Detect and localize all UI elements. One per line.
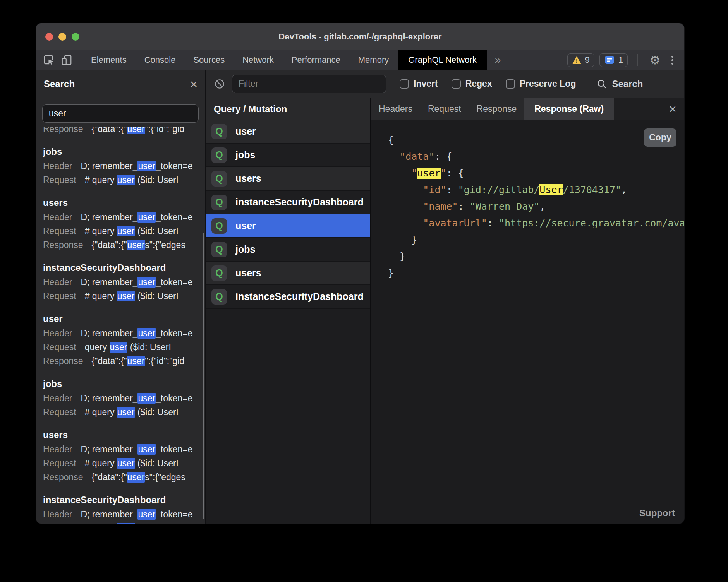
filter-input[interactable] — [232, 75, 386, 93]
search-result-line[interactable]: Request# query user ($id: UserI — [43, 521, 205, 524]
result-line-label: Request — [43, 407, 76, 417]
tab-graphql-network-active[interactable]: GraphQL Network — [398, 50, 487, 70]
search-result-line[interactable]: HeaderD; remember_user_token=e — [43, 442, 205, 456]
message-icon — [604, 55, 615, 65]
query-list-item[interactable]: Quser — [206, 214, 370, 238]
invert-checkbox[interactable] — [400, 79, 409, 89]
search-result-line[interactable]: Response{"data":{"user":{"id":"gid — [43, 127, 205, 136]
tab-sources[interactable]: Sources — [184, 50, 234, 70]
tab-response[interactable]: Response — [469, 98, 525, 120]
clipped-result-line[interactable]: Response{"data":{"user":{"id":"gid — [43, 127, 205, 136]
json-line: } — [388, 265, 684, 281]
query-name: instanceSecurityDashboard — [235, 291, 364, 302]
result-line-label: Header — [43, 393, 72, 403]
tab-elements[interactable]: Elements — [82, 50, 136, 70]
search-result-line[interactable]: Request# query user ($id: UserI — [43, 405, 205, 419]
tab-request[interactable]: Request — [420, 98, 469, 120]
tab-response-raw-active[interactable]: Response (Raw) — [524, 98, 614, 120]
search-hit-highlight: user — [117, 175, 135, 185]
search-result-line[interactable]: HeaderD; remember_user_token=e — [43, 275, 205, 289]
result-group-title: users — [43, 428, 205, 442]
result-line-text: D; remember_user_token=e — [81, 328, 192, 339]
search-result-line[interactable]: HeaderD; remember_user_token=e — [43, 159, 205, 173]
result-line-label: Response — [43, 127, 83, 134]
close-response-panel-icon[interactable]: × — [669, 102, 676, 115]
search-hit-highlight: user — [137, 212, 156, 223]
inspect-cursor-icon[interactable] — [43, 54, 55, 66]
result-group-title: user — [43, 312, 205, 326]
tab-network[interactable]: Network — [234, 50, 283, 70]
json-token — [388, 184, 423, 195]
close-search-panel-icon[interactable]: × — [190, 77, 197, 91]
result-line-label: Request — [43, 226, 76, 236]
copy-button[interactable]: Copy — [644, 128, 676, 147]
regex-checkbox-item[interactable]: Regex — [452, 79, 492, 89]
json-token: , — [621, 184, 627, 195]
result-group-title: instanceSecurityDashboard — [43, 493, 205, 507]
gear-icon[interactable]: ⚙ — [647, 53, 663, 67]
result-group-title: users — [43, 195, 205, 210]
tab-memory[interactable]: Memory — [349, 50, 398, 70]
toolbar-separator — [637, 54, 638, 66]
zoom-window-button[interactable] — [72, 33, 79, 41]
search-result-line[interactable]: HeaderD; remember_user_token=e — [43, 326, 205, 340]
regex-checkbox[interactable] — [452, 79, 461, 89]
close-window-button[interactable] — [45, 33, 53, 41]
result-line-text: D; remember_user_token=e — [81, 212, 192, 223]
filter-search-label: Search — [612, 79, 643, 89]
query-list-item[interactable]: QinstanceSecurityDashboard — [206, 191, 370, 214]
response-panel: Headers Request Response Response (Raw) … — [371, 98, 684, 524]
search-result-line[interactable]: Requestquery user ($id: UserI — [43, 340, 205, 354]
json-token: " — [441, 168, 446, 179]
device-toolbar-icon[interactable] — [61, 54, 72, 66]
query-type-badge: Q — [211, 218, 227, 234]
query-type-badge: Q — [211, 147, 227, 163]
query-list-item[interactable]: Qusers — [206, 262, 370, 285]
search-result-line[interactable]: Request# query user ($id: UserI — [43, 173, 205, 187]
clear-requests-icon[interactable] — [214, 78, 225, 90]
warnings-badge[interactable]: 9 — [567, 53, 594, 67]
search-highlight: user — [417, 168, 440, 179]
minimize-window-button[interactable] — [58, 33, 66, 41]
search-input[interactable] — [42, 104, 199, 123]
kebab-menu-icon[interactable] — [668, 56, 677, 65]
support-link[interactable]: Support — [639, 508, 675, 519]
result-line-text: D; remember_user_token=e — [81, 393, 192, 404]
preserve-log-checkbox[interactable] — [506, 79, 515, 89]
search-result-line[interactable]: HeaderD; remember_user_token=e — [43, 507, 205, 521]
query-mutation-header: Query / Mutation — [206, 98, 370, 120]
search-result-line[interactable]: Response{"data":{"user":{"id":"gid — [43, 354, 205, 368]
search-hit-highlight: user — [117, 226, 135, 236]
result-line-text: D; remember_user_token=e — [81, 509, 192, 520]
json-token: , — [539, 201, 545, 212]
query-name: instanceSecurityDashboard — [235, 197, 364, 208]
query-list-item[interactable]: QinstanceSecurityDashboard — [206, 285, 370, 309]
result-line-label: Header — [43, 444, 72, 454]
result-line-label: Header — [43, 277, 72, 287]
search-results-scrollbar[interactable] — [203, 233, 204, 519]
tab-console[interactable]: Console — [136, 50, 185, 70]
query-list-item[interactable]: Quser — [206, 120, 370, 144]
devtools-toolbar: Elements Console Sources Network Perform… — [36, 50, 684, 70]
search-result-line[interactable]: Response{"data":{"users":{"edges — [43, 238, 205, 252]
preserve-log-checkbox-item[interactable]: Preserve Log — [506, 79, 576, 89]
search-result-line[interactable]: HeaderD; remember_user_token=e — [43, 210, 205, 224]
search-result-line[interactable]: Request# query user ($id: UserI — [43, 456, 205, 470]
search-result-line[interactable]: Response{"data":{"users":{"edges — [43, 470, 205, 484]
search-result-line[interactable]: Request# query user ($id: UserI — [43, 289, 205, 303]
result-line-label: Response — [43, 472, 83, 482]
query-list-item[interactable]: Qusers — [206, 167, 370, 191]
search-result-line[interactable]: Request# query user ($id: UserI — [43, 224, 205, 238]
search-result-line[interactable]: HeaderD; remember_user_token=e — [43, 391, 205, 405]
invert-checkbox-item[interactable]: Invert — [400, 79, 438, 89]
preserve-log-label: Preserve Log — [520, 79, 576, 89]
tab-performance[interactable]: Performance — [283, 50, 349, 70]
result-line-text: # query user ($id: UserI — [85, 226, 179, 236]
tab-headers[interactable]: Headers — [371, 98, 420, 120]
json-token: "data" — [400, 151, 434, 162]
query-list-item[interactable]: Qjobs — [206, 144, 370, 167]
more-tabs-chevron-icon[interactable]: » — [487, 50, 509, 70]
issues-badge[interactable]: 1 — [599, 53, 628, 67]
filter-search-button[interactable]: Search — [596, 79, 643, 89]
query-list-item[interactable]: Qjobs — [206, 238, 370, 262]
